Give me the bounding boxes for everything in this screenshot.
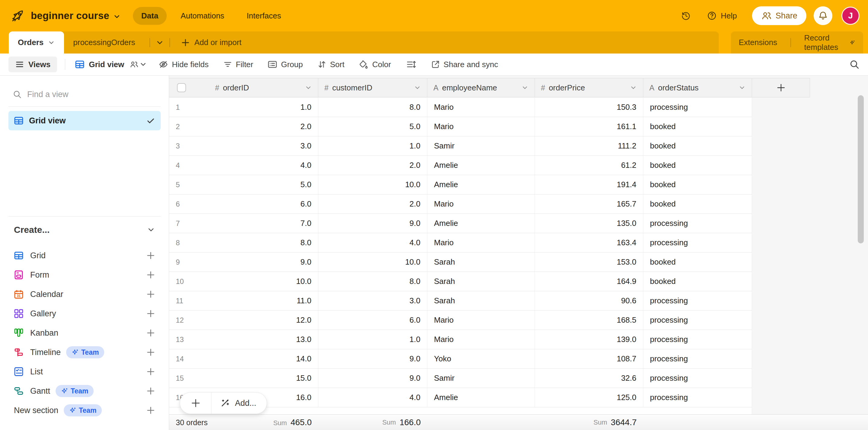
cell-orderID[interactable]: 13 13.0 (169, 330, 318, 349)
cell-customerID[interactable]: 5.0 (318, 117, 427, 136)
tab-data[interactable]: Data (133, 7, 167, 25)
share-and-sync-button[interactable]: Share and sync (431, 60, 498, 69)
cell-orderID[interactable]: 4 4.0 (169, 156, 318, 175)
cell-employeeName[interactable]: Mario (427, 233, 535, 252)
cell-orderPrice[interactable]: 165.7 (535, 195, 643, 213)
row-height-button[interactable] (406, 60, 416, 69)
cell-orderPrice[interactable]: 111.2 (535, 136, 643, 155)
create-item-gantt[interactable]: Gantt Team (8, 381, 161, 401)
plus-icon[interactable] (146, 328, 155, 338)
sidebar-view-grid-view[interactable]: Grid view (8, 111, 161, 130)
row-number[interactable]: 10 (176, 277, 184, 286)
cell-orderStatus[interactable]: processing (643, 369, 752, 388)
row-number[interactable]: 6 (176, 200, 180, 208)
search-records-button[interactable] (849, 59, 860, 69)
cell-customerID[interactable]: 3.0 (318, 291, 427, 310)
cell-employeeName[interactable]: Amelie (427, 156, 535, 175)
plus-icon[interactable] (146, 251, 155, 260)
cell-orderPrice[interactable]: 108.7 (535, 349, 643, 368)
find-view-input[interactable] (27, 90, 142, 99)
cell-employeeName[interactable]: Yoko (427, 349, 535, 368)
cell-customerID[interactable]: 1.0 (318, 136, 427, 155)
cell-orderID[interactable]: 14 14.0 (169, 349, 318, 368)
cell-employeeName[interactable]: Samir (427, 369, 535, 388)
cell-customerID[interactable]: 10.0 (318, 253, 427, 271)
share-button[interactable]: Share (752, 6, 806, 25)
row-number[interactable]: 8 (176, 238, 180, 247)
cell-orderID[interactable]: 6 6.0 (169, 195, 318, 213)
chevron-down-icon[interactable] (414, 84, 421, 91)
customerID-sum[interactable]: Sum166.0 (318, 414, 427, 430)
chevron-down-icon[interactable] (521, 84, 529, 91)
cell-customerID[interactable]: 2.0 (318, 195, 427, 213)
group-button[interactable]: Group (268, 60, 303, 69)
plus-icon[interactable] (146, 406, 155, 415)
row-number[interactable]: 5 (176, 180, 180, 189)
tab-automations[interactable]: Automations (172, 7, 233, 25)
cell-employeeName[interactable]: Amelie (427, 388, 535, 407)
cell-orderID[interactable]: 2 2.0 (169, 117, 318, 136)
column-header-customerID[interactable]: # customerID (318, 78, 427, 97)
cell-orderStatus[interactable]: processing (643, 98, 752, 117)
plus-icon[interactable] (146, 309, 155, 318)
cell-orderStatus[interactable]: processing (643, 330, 752, 349)
chevron-down-icon[interactable] (113, 13, 121, 21)
table-list-chevron[interactable] (156, 38, 164, 47)
color-button[interactable]: Color (359, 60, 391, 69)
cell-orderPrice[interactable]: 139.0 (535, 330, 643, 349)
add-or-import-button[interactable]: Add or import (181, 38, 241, 47)
plus-icon[interactable] (146, 270, 155, 279)
create-item-list[interactable]: List (8, 362, 161, 381)
cell-orderPrice[interactable]: 135.0 (535, 214, 643, 233)
chevron-down-icon[interactable] (738, 84, 746, 91)
row-number[interactable]: 14 (176, 355, 184, 363)
cell-orderStatus[interactable]: booked (643, 156, 752, 175)
help-button[interactable]: Help (707, 10, 737, 21)
cell-employeeName[interactable]: Mario (427, 117, 535, 136)
cell-orderID[interactable]: 15 15.0 (169, 369, 318, 388)
cell-orderPrice[interactable]: 125.0 (535, 388, 643, 407)
create-item-new-section[interactable]: New section Team (8, 401, 161, 420)
cell-orderStatus[interactable]: processing (643, 214, 752, 233)
orderID-sum[interactable]: Sum465.0 (273, 418, 312, 427)
row-number[interactable]: 3 (176, 142, 180, 150)
cell-orderStatus[interactable]: processing (643, 349, 752, 368)
cell-orderPrice[interactable]: 191.4 (535, 175, 643, 194)
select-all-checkbox[interactable] (177, 83, 186, 92)
cell-customerID[interactable]: 9.0 (318, 214, 427, 233)
row-number[interactable]: 2 (176, 122, 180, 131)
plus-icon[interactable] (146, 367, 155, 376)
cell-customerID[interactable]: 1.0 (318, 330, 427, 349)
cell-orderStatus[interactable]: booked (643, 136, 752, 155)
workspace-title[interactable]: beginner course (31, 10, 109, 22)
row-number[interactable]: 1 (176, 103, 180, 112)
column-header-orderID[interactable]: # orderID (169, 78, 318, 97)
column-header-orderPrice[interactable]: # orderPrice (535, 78, 643, 97)
cell-orderPrice[interactable]: 161.1 (535, 117, 643, 136)
cell-orderID[interactable]: 5 5.0 (169, 175, 318, 194)
column-header-orderStatus[interactable]: A orderStatus (643, 78, 752, 97)
tab-orders[interactable]: Orders (9, 31, 64, 54)
cell-employeeName[interactable]: Amelie (427, 175, 535, 194)
extensions-button[interactable]: Extensions (731, 38, 785, 47)
employeeName-summary[interactable] (427, 414, 535, 430)
cell-orderStatus[interactable]: processing (643, 291, 752, 310)
find-view-search[interactable] (8, 86, 161, 103)
create-item-grid[interactable]: Grid (8, 246, 161, 265)
filter-button[interactable]: Filter (223, 60, 253, 69)
cell-orderPrice[interactable]: 61.2 (535, 156, 643, 175)
record-templates-button[interactable]: Record templates (797, 33, 863, 52)
cell-orderPrice[interactable]: 32.6 (535, 369, 643, 388)
tab-interfaces[interactable]: Interfaces (238, 7, 290, 25)
cell-customerID[interactable]: 8.0 (318, 98, 427, 117)
cell-employeeName[interactable]: Mario (427, 330, 535, 349)
cell-orderID[interactable]: 8 8.0 (169, 233, 318, 252)
cell-employeeName[interactable]: Amelie (427, 214, 535, 233)
create-item-timeline[interactable]: Timeline Team (8, 343, 161, 362)
chevron-down-icon[interactable] (630, 84, 637, 91)
plus-icon[interactable] (146, 348, 155, 357)
cell-customerID[interactable]: 4.0 (318, 388, 427, 407)
cell-employeeName[interactable]: Mario (427, 311, 535, 329)
cell-employeeName[interactable]: Sarah (427, 291, 535, 310)
cell-orderPrice[interactable]: 150.3 (535, 98, 643, 117)
